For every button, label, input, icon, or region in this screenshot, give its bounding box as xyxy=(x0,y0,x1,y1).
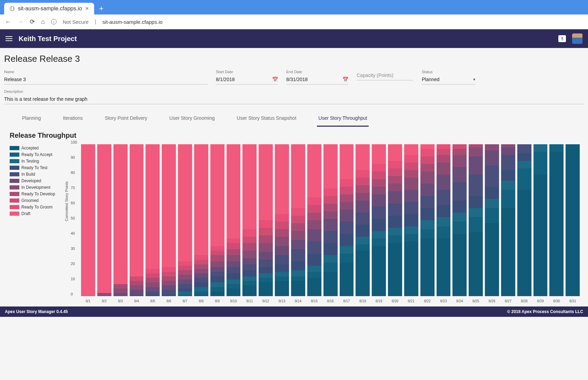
bar-segment xyxy=(178,289,192,292)
bar-segment xyxy=(372,194,386,206)
bar-segment xyxy=(275,276,289,281)
bar-segment xyxy=(113,144,128,284)
legend-swatch xyxy=(10,185,19,189)
description-field[interactable]: Description This is a test release for t… xyxy=(4,89,584,104)
forward-icon[interactable]: → xyxy=(17,18,23,26)
bar-segment xyxy=(469,147,483,156)
bar-segment xyxy=(404,190,418,202)
home-icon[interactable]: ⌂ xyxy=(41,18,45,26)
bar-segment xyxy=(242,243,257,251)
bar-segment xyxy=(356,178,370,185)
bar-segment xyxy=(340,187,354,194)
bar-segment xyxy=(275,281,289,296)
end-date-field[interactable]: End Date 8/31/2018📅 xyxy=(286,70,348,85)
bar-segment xyxy=(356,185,370,193)
reload-icon[interactable]: ⟳ xyxy=(30,18,35,26)
project-title: Keith Test Project xyxy=(19,35,77,43)
bar-segment xyxy=(372,144,386,164)
new-tab-button[interactable]: + xyxy=(97,4,106,13)
bar-segment xyxy=(469,208,483,217)
bar-segment xyxy=(146,273,160,278)
capacity-placeholder: Capacity (Points) xyxy=(357,72,393,78)
x-tick-label: 8/22 xyxy=(424,299,430,303)
bar-segment xyxy=(227,255,241,261)
tab-close-icon[interactable]: × xyxy=(86,6,89,12)
bar-segment xyxy=(420,238,435,296)
tab-user-story-status-snapshot[interactable]: User Story Status Snapshot xyxy=(236,112,298,127)
browser-tab[interactable]: sit-ausm-sample.cfapps.io × xyxy=(4,3,94,14)
bar-segment xyxy=(517,144,531,153)
bar-segment xyxy=(259,235,273,243)
avatar[interactable] xyxy=(572,33,582,44)
x-tick-label: 8/7 xyxy=(183,299,188,303)
start-date-field[interactable]: Start Date 8/1/2018📅 xyxy=(216,70,278,85)
bar-segment xyxy=(372,246,386,296)
bar-segment xyxy=(242,264,257,271)
bar-segment xyxy=(404,214,418,226)
x-tick-label: 8/9 xyxy=(215,299,220,303)
footer-left: Apex User Story Manager 0.4.45 xyxy=(5,309,68,314)
tab-planning[interactable]: Planning xyxy=(21,112,42,127)
bar-segment xyxy=(210,255,225,261)
bar-segment xyxy=(291,261,305,270)
bar-segment xyxy=(307,229,321,241)
y-tick-label: 80 xyxy=(71,170,75,175)
url-text[interactable]: sit-ausm-sample.cfapps.io xyxy=(102,19,162,25)
bar-segment xyxy=(210,144,225,246)
bar-segment xyxy=(146,295,160,296)
bar-segment xyxy=(178,292,192,295)
legend-item: Ready To Test xyxy=(10,165,63,170)
bar-segment xyxy=(162,272,176,276)
bar-segment xyxy=(178,144,192,261)
address-bar: ← → ⟳ ⌂ i Not Secure | sit-ausm-sample.c… xyxy=(0,14,588,29)
separator: | xyxy=(95,19,96,25)
bar-segment xyxy=(501,190,515,208)
bar-segment xyxy=(501,181,515,190)
menu-icon[interactable] xyxy=(6,36,12,41)
bar-segment xyxy=(307,220,321,229)
legend-label: Ready To Test xyxy=(21,165,48,170)
name-label: Name xyxy=(4,70,208,74)
tab-user-story-throughput[interactable]: User Story Throughput xyxy=(317,112,368,127)
not-secure-label: Not Secure xyxy=(63,19,89,25)
bar-column: 8/16 xyxy=(323,144,338,296)
info-icon[interactable]: i xyxy=(51,19,57,25)
bar-segment xyxy=(404,144,418,155)
bar-segment xyxy=(227,238,241,243)
x-tick-label: 8/26 xyxy=(489,299,495,303)
legend-label: Ready To Accept xyxy=(21,152,52,157)
calendar-icon[interactable]: 📅 xyxy=(272,77,278,82)
bar-segment xyxy=(242,258,257,264)
name-field[interactable]: Name Release 3 xyxy=(4,70,208,85)
bar-segment xyxy=(452,182,467,201)
bar-segment xyxy=(485,223,499,296)
x-tick-label: 8/4 xyxy=(134,299,139,303)
name-value: Release 3 xyxy=(4,77,26,82)
tab-iterations[interactable]: Iterations xyxy=(62,112,84,127)
calendar-icon[interactable]: 📅 xyxy=(342,77,348,82)
dropdown-icon[interactable]: ▾ xyxy=(473,77,475,82)
bar-segment xyxy=(437,175,451,190)
feedback-icon[interactable]: ! xyxy=(558,35,566,42)
bar-segment xyxy=(404,226,418,234)
back-icon[interactable]: ← xyxy=(5,18,11,26)
bar-segment xyxy=(291,208,305,216)
bar-segment xyxy=(501,155,515,170)
tab-story-point-delivery[interactable]: Story Point Delivery xyxy=(103,112,149,127)
x-tick-label: 8/20 xyxy=(392,299,398,303)
bar-segment xyxy=(534,152,548,175)
bar-segment xyxy=(113,284,128,289)
bar-segment xyxy=(372,187,386,194)
bar-segment xyxy=(340,210,354,222)
y-tick-label: 20 xyxy=(71,262,75,266)
chart-plot: Committed Story Points 01020304050607080… xyxy=(66,142,582,304)
bar-segment xyxy=(372,231,386,238)
bar-segment xyxy=(517,161,531,168)
bar-segment xyxy=(501,208,515,296)
bar-segment xyxy=(388,161,402,168)
tab-user-story-grooming[interactable]: User Story Grooming xyxy=(168,112,216,127)
status-field[interactable]: Status Planned▾ xyxy=(422,70,475,85)
capacity-field[interactable]: Capacity (Points) xyxy=(357,70,413,85)
browser-chrome: sit-ausm-sample.cfapps.io × + xyxy=(0,0,588,14)
bar-segment xyxy=(194,273,208,278)
